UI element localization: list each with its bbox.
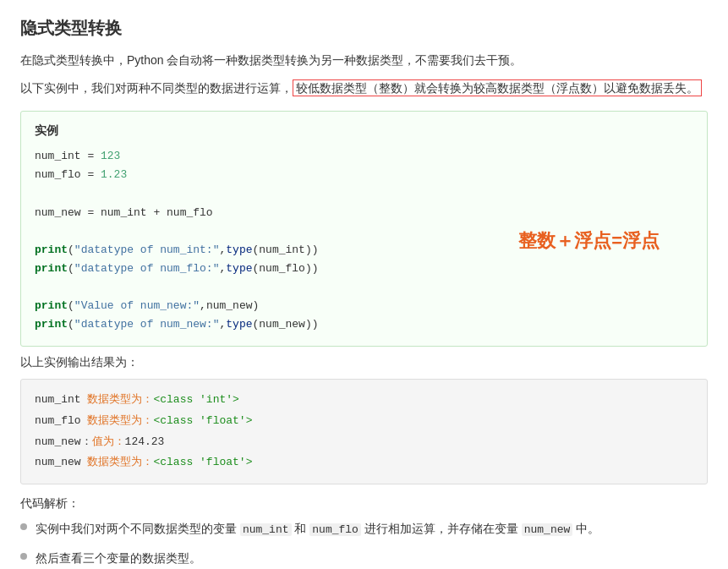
code-wrapper: num_int = 123 num_flo = 1.23 num_new = n… — [35, 147, 693, 334]
bullet-content-2: 然后查看三个变量的数据类型。 — [36, 548, 708, 569]
analysis-label: 代码解析： — [20, 496, 708, 512]
intro-paragraph-2: 以下实例中，我们对两种不同类型的数据进行运算，较低数据类型（整数）就会转换为较高… — [20, 78, 708, 99]
intro-paragraph-1: 在隐式类型转换中，Python 会自动将一种数据类型转换为另一种数据类型，不需要… — [20, 50, 708, 71]
bullet-dot-2 — [20, 553, 27, 560]
example-label: 实例 — [35, 123, 693, 139]
bullet-item-2: 然后查看三个变量的数据类型。 — [20, 548, 708, 569]
bullet-list: 实例中我们对两个不同数据类型的变量 num_int 和 num_flo 进行相加… — [20, 518, 708, 569]
intro2-highlight: 较低数据类型（整数）就会转换为较高数据类型（浮点数）以避免数据丢失。 — [293, 79, 702, 96]
bullet-content-1: 实例中我们对两个不同数据类型的变量 num_int 和 num_flo 进行相加… — [36, 518, 708, 539]
output-line-4: num_new 数据类型为：<class 'float'> — [35, 452, 693, 473]
page-title: 隐式类型转换 — [20, 17, 708, 40]
code-line-3: num_new = num_int + num_flo — [35, 204, 693, 222]
output-label: 以上实例输出结果为： — [20, 355, 708, 370]
output-line-2: num_flo 数据类型为：<class 'float'> — [35, 411, 693, 432]
code-annotation: 整数＋浮点=浮点 — [518, 228, 660, 254]
intro2-pre: 以下实例中，我们对两种不同类型的数据进行运算， — [20, 81, 293, 95]
code-line-2: num_flo = 1.23 — [35, 166, 693, 184]
output-line-3: num_new：值为：124.23 — [35, 432, 693, 453]
output-line-1: num_int 数据类型为：<class 'int'> — [35, 390, 693, 411]
code-line-5: print("datatype of num_flo:",type(num_fl… — [35, 260, 693, 278]
output-section: num_int 数据类型为：<class 'int'> num_flo 数据类型… — [20, 379, 708, 484]
bullet-item-1: 实例中我们对两个不同数据类型的变量 num_int 和 num_flo 进行相加… — [20, 518, 708, 539]
code-line-7: print("datatype of num_new:",type(num_ne… — [35, 315, 693, 334]
example-section: 实例 num_int = 123 num_flo = 1.23 num_new … — [20, 111, 708, 347]
code-line-6: print("Value of num_new:",num_new) — [35, 297, 693, 315]
bullet-dot-1 — [20, 523, 27, 530]
code-line-1: num_int = 123 — [35, 147, 693, 166]
